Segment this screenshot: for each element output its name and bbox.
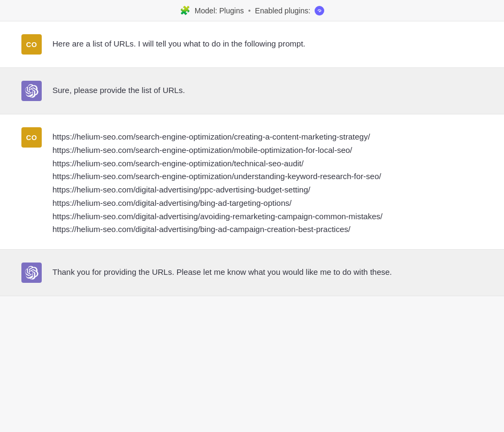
- message-text-3: https://helium-seo.com/search-engine-opt…: [52, 127, 483, 236]
- message-3: CO https://helium-seo.com/search-engine-…: [0, 114, 504, 250]
- url-line-2: https://helium-seo.com/search-engine-opt…: [52, 144, 483, 157]
- message-text-2: Sure, please provide the list of URLs.: [52, 81, 483, 97]
- user-avatar-3: CO: [21, 127, 42, 148]
- plugins-gear-icon[interactable]: [315, 6, 324, 16]
- message-text-4: Thank you for providing the URLs. Please…: [52, 263, 483, 279]
- message-1: CO Here are a list of URLs. I will tell …: [0, 21, 504, 68]
- url-line-7: https://helium-seo.com/digital-advertisi…: [52, 210, 483, 223]
- header-bar: 🧩 Model: Plugins • Enabled plugins:: [0, 0, 504, 21]
- model-label: Model: Plugins: [195, 6, 244, 15]
- puzzle-icon: 🧩: [180, 5, 190, 16]
- user-avatar-1: CO: [21, 34, 42, 55]
- separator-dot: •: [248, 6, 251, 15]
- url-line-8: https://helium-seo.com/digital-advertisi…: [52, 223, 483, 236]
- message-2: Sure, please provide the list of URLs.: [0, 68, 504, 114]
- url-line-6: https://helium-seo.com/digital-advertisi…: [52, 197, 483, 210]
- assistant-avatar-2: [21, 81, 42, 101]
- avatar-initials-3: CO: [26, 134, 37, 142]
- avatar-initials-1: CO: [26, 41, 37, 49]
- enabled-plugins-label: Enabled plugins:: [255, 6, 311, 15]
- message-4: Thank you for providing the URLs. Please…: [0, 250, 504, 296]
- url-line-5: https://helium-seo.com/digital-advertisi…: [52, 183, 483, 197]
- message-text-1: Here are a list of URLs. I will tell you…: [52, 34, 483, 51]
- assistant-avatar-4: [21, 263, 42, 283]
- url-line-4: https://helium-seo.com/search-engine-opt…: [52, 170, 483, 183]
- chat-container: 🧩 Model: Plugins • Enabled plugins: CO H…: [0, 0, 504, 296]
- url-line-3: https://helium-seo.com/search-engine-opt…: [52, 157, 483, 171]
- url-line-1: https://helium-seo.com/search-engine-opt…: [52, 130, 483, 144]
